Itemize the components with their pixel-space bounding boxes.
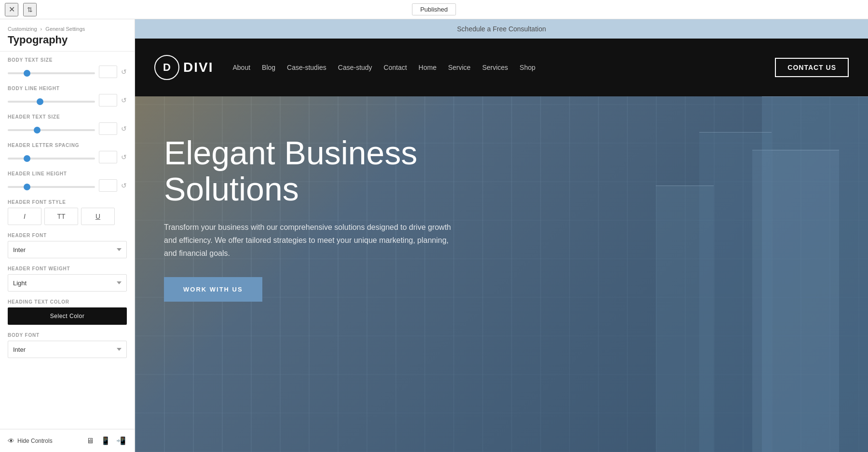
tablet-icon[interactable]: 📱 (100, 435, 111, 447)
body-text-size-label: BODY TEXT SIZE (8, 57, 127, 63)
body-line-height-label: BODY LINE HEIGHT (8, 86, 127, 91)
select-color-button[interactable]: Select Color (8, 307, 127, 325)
header-font-weight-group: HEADER FONT WEIGHT Thin Light Regular Me… (8, 266, 127, 292)
logo-circle: D (154, 55, 179, 80)
hero-subtitle: Transform your business with our compreh… (164, 221, 463, 260)
breadcrumb-start: Customizing (8, 26, 37, 32)
heading-text-color-label: HEADING TEXT COLOR (8, 299, 127, 305)
header-line-height-label: HEADER LINE HEIGHT (8, 171, 127, 176)
swap-button[interactable]: ⇅ (23, 3, 37, 16)
nav-link-blog[interactable]: Blog (262, 64, 275, 71)
header-font-weight-select[interactable]: Thin Light Regular Medium Bold (8, 274, 127, 292)
hide-controls-label: Hide Controls (17, 438, 53, 444)
body-line-height-reset[interactable]: ↺ (121, 97, 127, 104)
header-letter-spacing-label: HEADER LETTER SPACING (8, 143, 127, 148)
desktop-icon[interactable]: 🖥 (84, 435, 96, 447)
header-text-size-slider[interactable] (8, 129, 95, 131)
hero-content: Elegant Business Solutions Transform you… (135, 96, 521, 331)
left-panel: Customizing › General Settings Typograph… (0, 19, 135, 452)
nav-bar: D DIVI About Blog Case-studies Case-stud… (135, 39, 868, 96)
body-line-height-group: BODY LINE HEIGHT 1.8 ↺ (8, 86, 127, 106)
header-text-size-slider-container (8, 124, 95, 133)
header-line-height-slider[interactable] (8, 186, 95, 188)
contact-us-button[interactable]: CONTACT US (775, 58, 849, 77)
body-font-label: BODY FONT (8, 332, 127, 338)
published-button[interactable]: Published (412, 3, 456, 15)
header-line-height-slider-container (8, 181, 95, 190)
building-4 (656, 186, 714, 452)
header-line-height-row: 1 ↺ (8, 179, 127, 192)
nav-logo: D DIVI (154, 55, 213, 80)
close-button[interactable]: ✕ (5, 3, 18, 16)
logo-letter: D (163, 61, 171, 74)
header-letter-spacing-slider[interactable] (8, 158, 95, 160)
body-line-height-slider[interactable] (8, 101, 95, 103)
body-text-size-reset[interactable]: ↺ (121, 68, 127, 75)
mobile-icon[interactable]: 📲 (115, 435, 127, 447)
header-font-style-group: HEADER FONT STYLE I TT U (8, 199, 127, 225)
nav-link-shop[interactable]: Shop (520, 64, 536, 71)
body-font-group: BODY FONT Inter Roboto Open Sans Lato Mo… (8, 332, 127, 358)
logo-text: DIVI (183, 60, 213, 75)
body-line-height-slider-container (8, 96, 95, 105)
header-letter-spacing-reset[interactable]: ↺ (121, 154, 127, 160)
header-letter-spacing-slider-container (8, 153, 95, 161)
underline-button[interactable]: U (81, 208, 115, 225)
breadcrumb: Customizing › General Settings (8, 26, 127, 32)
breadcrumb-sep: › (41, 26, 42, 32)
nav-link-casestudies[interactable]: Case-studies (287, 64, 326, 71)
hide-controls-button[interactable]: 👁 Hide Controls (8, 437, 53, 445)
nav-link-home[interactable]: Home (419, 64, 436, 71)
breadcrumb-end: General Settings (45, 26, 85, 32)
nav-link-contact[interactable]: Contact (384, 64, 407, 71)
header-font-group: HEADER FONT Inter Roboto Open Sans Lato … (8, 233, 127, 258)
hero-title: Elegant Business Solutions (164, 135, 492, 207)
body-font-select[interactable]: Inter Roboto Open Sans Lato Montserrat (8, 341, 127, 358)
nav-links: About Blog Case-studies Case-study Conta… (232, 64, 775, 71)
device-switchers: 🖥 📱 📲 (84, 435, 127, 447)
schedule-text: Schedule a Free Consultation (457, 25, 546, 33)
main-layout: Customizing › General Settings Typograph… (0, 19, 868, 452)
panel-bottom: 👁 Hide Controls 🖥 📱 📲 (0, 429, 135, 452)
header-letter-spacing-row: 0 ↺ (8, 151, 127, 163)
header-line-height-input[interactable]: 1 (99, 179, 117, 192)
schedule-bar: Schedule a Free Consultation (135, 19, 868, 39)
hero-title-line1: Elegant Business (164, 134, 417, 171)
body-line-height-input[interactable]: 1.8 (99, 94, 117, 106)
nav-link-about[interactable]: About (232, 64, 250, 71)
header-line-height-reset[interactable]: ↺ (121, 182, 127, 189)
body-text-size-input[interactable]: 16 (99, 66, 117, 78)
hero-section: Elegant Business Solutions Transform you… (135, 96, 868, 452)
header-text-size-input[interactable]: 30 (99, 122, 117, 135)
header-font-select[interactable]: Inter Roboto Open Sans Lato Montserrat (8, 241, 127, 258)
italic-button[interactable]: I (8, 208, 41, 225)
header-letter-spacing-input[interactable]: 0 (99, 151, 117, 163)
right-preview: Schedule a Free Consultation D DIVI Abou… (135, 19, 868, 452)
header-text-size-row: 30 ↺ (8, 122, 127, 135)
panel-header: Customizing › General Settings Typograph… (0, 19, 135, 52)
body-text-size-row: 16 ↺ (8, 66, 127, 78)
header-line-height-group: HEADER LINE HEIGHT 1 ↺ (8, 171, 127, 192)
body-text-size-group: BODY TEXT SIZE 16 ↺ (8, 57, 127, 78)
hero-title-line2: Solutions (164, 171, 299, 207)
nav-link-casestudy[interactable]: Case-study (338, 64, 372, 71)
header-letter-spacing-group: HEADER LETTER SPACING 0 ↺ (8, 143, 127, 163)
font-style-row: I TT U (8, 208, 127, 225)
controls-body: BODY TEXT SIZE 16 ↺ BODY LINE HEIGHT 1.8 (0, 52, 135, 429)
nav-link-services[interactable]: Services (482, 64, 508, 71)
header-font-weight-label: HEADER FONT WEIGHT (8, 266, 127, 271)
header-font-label: HEADER FONT (8, 233, 127, 238)
nav-link-service[interactable]: Service (448, 64, 471, 71)
header-text-size-reset[interactable]: ↺ (121, 125, 127, 132)
work-with-us-button[interactable]: WORK WITH US (164, 277, 262, 302)
body-text-size-slider-container (8, 67, 95, 76)
heading-text-color-group: HEADING TEXT COLOR Select Color (8, 299, 127, 325)
body-line-height-row: 1.8 ↺ (8, 94, 127, 106)
top-bar: ✕ ⇅ Published (0, 0, 868, 19)
eye-icon: 👁 (8, 437, 14, 445)
header-text-size-label: HEADER TEXT SIZE (8, 114, 127, 120)
uppercase-button[interactable]: TT (44, 208, 78, 225)
body-text-size-slider[interactable] (8, 72, 95, 74)
header-font-style-label: HEADER FONT STYLE (8, 199, 127, 205)
panel-title: Typography (8, 34, 127, 46)
